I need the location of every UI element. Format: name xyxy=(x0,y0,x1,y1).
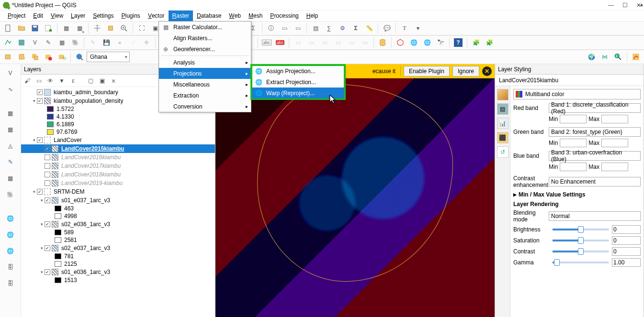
layer-checkbox[interactable] xyxy=(37,89,43,95)
help-icon[interactable]: ? xyxy=(452,36,464,49)
menu-processing[interactable]: Processing xyxy=(266,11,302,21)
field-calc-icon[interactable]: ∑ xyxy=(323,22,335,34)
layer-node[interactable]: LandCover2016kiambu xyxy=(21,153,215,162)
save-edits-icon[interactable]: 💾 xyxy=(100,36,113,49)
toggle-editing-icon[interactable]: ✎ xyxy=(87,36,99,49)
layer-visibility-icon[interactable]: 👁 xyxy=(45,76,56,86)
layer-node[interactable]: ▾s02_e036_1arc_v3 xyxy=(21,220,215,229)
label-tool2-icon[interactable]: ▭ xyxy=(305,36,317,49)
layer-checkbox[interactable] xyxy=(37,98,43,104)
location-combo[interactable]: Ghana xyxy=(87,52,130,62)
pan-icon[interactable] xyxy=(91,22,103,34)
raster-layer-icon[interactable]: ▦ xyxy=(3,106,18,120)
text-annotation-icon[interactable]: T xyxy=(398,22,411,34)
layer-checkbox[interactable] xyxy=(45,269,50,275)
save-project-icon[interactable] xyxy=(29,22,41,34)
open-project-icon[interactable] xyxy=(15,22,28,34)
expand-icon[interactable]: ▾ xyxy=(32,98,36,103)
enable-plugin-button[interactable]: Enable Plugin xyxy=(404,66,450,77)
menu-edit[interactable]: Edit xyxy=(29,11,47,21)
menu-help[interactable]: Help xyxy=(303,11,322,21)
raster-menu-georeferencer-[interactable]: ⊕Georeferencer... xyxy=(159,44,251,55)
brightness-input[interactable] xyxy=(612,225,641,234)
raster-menu-extraction[interactable]: Extraction xyxy=(159,90,251,101)
layer-node[interactable]: LandCover2015kiambu xyxy=(21,144,215,153)
menu-project[interactable]: Project xyxy=(4,11,29,21)
sigma-icon[interactable]: Σ xyxy=(350,22,362,34)
renderer-combo[interactable]: Multiband color xyxy=(513,89,641,99)
layer-checkbox[interactable] xyxy=(45,172,50,177)
window-maximize-button[interactable]: ☐ xyxy=(622,2,628,9)
blue-max-input[interactable] xyxy=(601,163,628,171)
layer-checkbox[interactable] xyxy=(45,197,50,203)
db-add2-icon[interactable]: 🗄 xyxy=(3,276,18,291)
layer-checkbox[interactable] xyxy=(37,189,43,195)
globe2-icon[interactable]: 🌐 xyxy=(421,36,433,49)
layer-checkbox[interactable] xyxy=(45,163,50,169)
mesh-layer-icon[interactable]: ◬ xyxy=(3,139,18,153)
contrast-input[interactable] xyxy=(612,247,641,256)
layer-checkbox[interactable] xyxy=(45,245,50,251)
plugin2-icon[interactable]: 🧩 xyxy=(483,36,496,49)
layer-node[interactable]: LandCover2018kiambu xyxy=(21,170,215,179)
green-max-input[interactable] xyxy=(601,139,628,147)
close-warning-button[interactable]: ✕ xyxy=(482,66,492,76)
expand-icon[interactable]: ▾ xyxy=(32,189,36,194)
select-rect-icon[interactable] xyxy=(2,51,14,63)
layer-filter-icon[interactable]: ▼ xyxy=(56,76,67,86)
layer-node[interactable]: ▾s01_e037_1arc_v3 xyxy=(21,196,215,205)
rendering-tab-icon[interactable]: ⬛ xyxy=(497,132,508,143)
expand-icon[interactable]: ▾ xyxy=(39,222,44,227)
identify-icon[interactable]: ⓘ xyxy=(265,22,277,34)
database-icon[interactable] xyxy=(376,36,389,49)
menu-layer[interactable]: Layer xyxy=(67,11,89,21)
wms-icon[interactable]: ▦ xyxy=(3,171,18,186)
attribute-table-icon[interactable]: ▤ xyxy=(309,22,322,34)
menu-view[interactable]: View xyxy=(47,11,67,21)
raster-menu-conversion[interactable]: Conversion xyxy=(159,101,251,112)
layer-node[interactable]: LandCover2017kiambu xyxy=(21,162,215,170)
proj-menu-warp-reproject-[interactable]: 🌐Warp (Reproject)... xyxy=(252,87,344,98)
postgis-icon[interactable]: 🐘 xyxy=(3,187,18,202)
add-mesh-icon[interactable]: V xyxy=(29,36,41,49)
select-poly-icon[interactable] xyxy=(15,51,28,63)
history-tab-icon[interactable]: ↺ xyxy=(497,146,508,158)
curve-icon[interactable]: ∿ xyxy=(3,82,18,97)
search-globe-icon[interactable] xyxy=(73,51,86,63)
layer-node[interactable]: ▾SRTM-DEM xyxy=(21,187,215,196)
label-tool6-icon[interactable]: ▭ xyxy=(359,36,371,49)
red-min-input[interactable] xyxy=(560,115,587,123)
select-remove-icon[interactable] xyxy=(42,51,55,63)
saturation-slider[interactable] xyxy=(553,240,609,241)
ignore-plugin-button[interactable]: Ignore xyxy=(452,66,479,77)
menu-mesh[interactable]: Mesh xyxy=(245,11,266,21)
blue-band-combo[interactable]: Band 3: urban-coverfraction (Blue) xyxy=(549,151,641,161)
globe-nav-icon[interactable]: 🌍 xyxy=(585,51,598,63)
raster-menu-miscellaneous[interactable]: Miscellaneous xyxy=(159,79,251,90)
add-vector-icon[interactable] xyxy=(2,36,14,49)
hexagon-icon[interactable] xyxy=(394,36,407,49)
annotation-dropdown-icon[interactable]: ▾ xyxy=(412,22,424,34)
layer-node[interactable]: ▾LandCover xyxy=(21,136,215,144)
layers-tree[interactable]: kiambu_admin_boundary▾kiambu_population_… xyxy=(21,87,215,317)
select-icon[interactable]: ▭ xyxy=(278,22,291,34)
globe-add3-icon[interactable]: 🌐 xyxy=(3,244,18,258)
globe-icon[interactable]: 🌐 xyxy=(407,36,420,49)
saturation-input[interactable] xyxy=(612,236,641,245)
layer-node[interactable]: LandCover2019-kiambu xyxy=(21,179,215,187)
deselect-icon[interactable]: ▭ xyxy=(292,22,304,34)
layer-collapse-icon[interactable]: ▣ xyxy=(97,76,107,86)
expand-icon[interactable]: ▾ xyxy=(39,270,44,274)
raster-menu-analysis[interactable]: Analysis xyxy=(159,57,251,68)
raster-menu-raster-calculator-[interactable]: ▦Raster Calculator... xyxy=(159,22,251,33)
db-add-icon[interactable]: 🗄 xyxy=(3,260,18,274)
brightness-slider[interactable] xyxy=(553,229,609,230)
add-delimited-icon[interactable]: ▦ xyxy=(56,36,68,49)
select-free-icon[interactable] xyxy=(29,51,41,63)
transparency-tab-icon[interactable]: ▤ xyxy=(497,103,508,115)
label-tool5-icon[interactable]: ▭ xyxy=(345,36,358,49)
blend-combo[interactable]: Normal xyxy=(549,211,641,221)
outer-scroll-up[interactable]: ▴ xyxy=(640,1,643,8)
menu-web[interactable]: Web xyxy=(225,11,245,21)
window-minimize-button[interactable]: — xyxy=(608,2,614,9)
